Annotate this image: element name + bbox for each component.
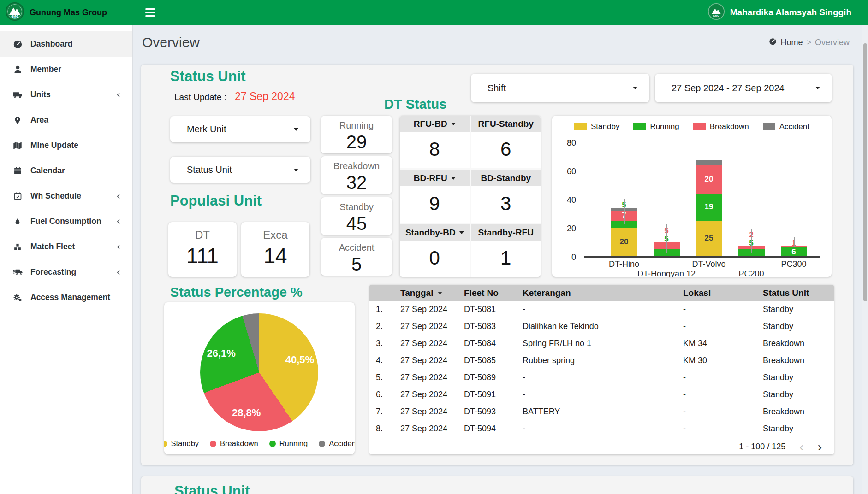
sidebar-item-access-management[interactable]: Access Management (0, 285, 132, 310)
table-row[interactable]: 5.27 Sep 2024DT-5089--Standby (369, 369, 834, 386)
table-cell: 5. (369, 369, 395, 386)
label-leader-line (624, 199, 625, 224)
chevron-left-icon (115, 193, 122, 200)
brand: GMG Gunung Mas Group (0, 0, 132, 25)
table-cell: - (678, 369, 757, 386)
status-unit-dropdown[interactable]: Status Unit (170, 157, 310, 183)
column-header-status-unit[interactable]: Status Unit (757, 285, 834, 301)
caret-down-icon (294, 128, 298, 131)
table-row[interactable]: 6.27 Sep 2024DT-5091--Standby (369, 386, 834, 403)
table-cell: 7. (369, 403, 395, 420)
table-cell: 8. (369, 420, 395, 437)
brand-logo: GMG (6, 2, 24, 23)
fleet-bar-chart: StandbyRunningBreakdownAccident020406080… (552, 116, 832, 277)
populasi-value: 14 (263, 243, 287, 268)
legend-item-standby[interactable]: Standby (164, 439, 199, 448)
sidebar-item-label: Access Management (30, 293, 110, 302)
y-axis-tick: 80 (552, 138, 576, 148)
pie-slice-label-standby: 40,5% (285, 354, 314, 366)
table-row[interactable]: 7.27 Sep 2024DT-5093BATTERY-Breakdown (369, 403, 834, 420)
sidebar-item-wh-schedule[interactable]: Wh Schedule (0, 183, 132, 209)
populasi-value: 111 (186, 243, 219, 268)
stat-value: 45 (346, 213, 367, 234)
sort-caret-icon (438, 292, 442, 294)
sidebar-item-match-fleet[interactable]: Match Fleet (0, 234, 132, 259)
label-leader-line (794, 237, 795, 247)
dt-status-grid: RFU-BD8RFU-Standby6BD-RFU9BD-Standby3Sta… (400, 116, 541, 277)
shift-dropdown[interactable]: Shift (471, 74, 649, 102)
gauge-icon (12, 39, 23, 49)
sidebar-item-units[interactable]: Units (0, 82, 132, 107)
merk-unit-dropdown[interactable]: Merk Unit (170, 116, 310, 142)
legend-item-running[interactable]: Running (633, 122, 679, 131)
last-update-value: 27 Sep 2024 (235, 90, 295, 103)
user-menu[interactable]: GMG Mahardika Alamsyah Singgih (708, 3, 851, 22)
sidebar-item-label: Mine Update (30, 141, 78, 150)
dt-status-cell-rfu-standby: RFU-Standby6 (471, 116, 541, 168)
table-row[interactable]: 8.27 Sep 2024DT-5094--Standby (369, 420, 834, 437)
legend-item-breakdown[interactable]: Breakdown (693, 122, 749, 131)
bar-value-label: 19 (690, 202, 727, 212)
stat-label: Standby (339, 202, 373, 212)
sidebar-item-calendar[interactable]: Calendar (0, 158, 132, 183)
y-axis-tick: 40 (552, 195, 576, 205)
sidebar-item-dashboard[interactable]: Dashboard (0, 31, 132, 57)
table-cell: - (678, 318, 757, 335)
table-cell: 27 Sep 2024 (395, 369, 458, 386)
column-header-keterangan[interactable]: Keterangan (517, 285, 678, 301)
table-row[interactable]: 2.27 Sep 2024DT-5083Dialihkan ke Tekindo… (369, 318, 834, 335)
y-axis-tick: 0 (552, 253, 576, 262)
caret-down-icon (815, 87, 820, 89)
sidebar-item-label: Calendar (30, 166, 65, 176)
svg-text:GMG: GMG (713, 14, 719, 17)
dt-status-cell-standby-bd: Standby-BD0 (400, 224, 470, 277)
dt-status-value: 8 (400, 132, 470, 160)
breadcrumb-current: Overview (815, 38, 850, 47)
x-axis-label: DT-Volvo (692, 259, 725, 269)
column-header-index (369, 285, 395, 301)
scrollbar-thumb[interactable] (863, 43, 867, 301)
truck-icon (12, 89, 23, 100)
sidebar-item-forecasting[interactable]: Forecasting (0, 259, 132, 285)
sidebar-item-area[interactable]: Area (0, 107, 132, 133)
column-header-fleet-no[interactable]: Fleet No (458, 285, 517, 301)
dt-status-header[interactable]: BD-RFU (400, 170, 470, 186)
sidebar-item-label: Forecasting (30, 267, 76, 277)
page-title: Overview (142, 35, 200, 50)
breadcrumb-home[interactable]: Home (768, 37, 803, 48)
x-axis-label: DT-Hino (609, 259, 639, 269)
table-cell: DT-5084 (458, 335, 517, 352)
dt-status-header[interactable]: RFU-BD (400, 116, 470, 132)
table-row[interactable]: 3.27 Sep 2024DT-5084Spring FR/LH no 1KM … (369, 335, 834, 352)
hamburger-menu-icon[interactable] (145, 8, 155, 17)
pie-slice-label-running: 26,1% (207, 347, 235, 359)
date-range-dropdown[interactable]: 27 Sep 2024 - 27 Sep 2024 (655, 74, 832, 102)
caret-down-icon (451, 123, 456, 125)
column-header-lokasi[interactable]: Lokasi (678, 285, 757, 301)
sidebar-item-label: Wh Schedule (30, 191, 81, 201)
status-unit-heading: Status Unit (170, 68, 246, 85)
table-cell: 27 Sep 2024 (395, 420, 458, 437)
sidebar-item-member[interactable]: Member (0, 57, 132, 82)
table-row[interactable]: 4.27 Sep 2024DT-5085Rubber springKM 30Br… (369, 352, 834, 369)
column-header-tanggal[interactable]: Tanggal (395, 285, 458, 301)
legend-item-running[interactable]: Running (269, 439, 308, 448)
legend-item-accident[interactable]: Accident (763, 122, 809, 131)
status-cell: Standby (757, 369, 834, 386)
stat-card-accident: Accident5 (321, 238, 392, 276)
legend-item-breakdown[interactable]: Breakdown (210, 439, 258, 448)
dt-status-header[interactable]: Standby-BD (400, 224, 470, 241)
legend-item-standby[interactable]: Standby (574, 122, 619, 131)
status-cell: Breakdown (757, 352, 834, 369)
sidebar-item-fuel-consumption[interactable]: Fuel Consumption (0, 209, 132, 234)
x-axis-label: DT-Hongyan 12 (637, 269, 696, 277)
table-cell: Dialihkan ke Tekindo (517, 318, 678, 335)
sidebar-item-label: Area (30, 115, 48, 125)
table-row[interactable]: 1.27 Sep 2024DT-5081--Standby (369, 301, 834, 318)
stat-card-running: Running29 (321, 116, 392, 153)
sidebar-item-mine-update[interactable]: Mine Update (0, 133, 132, 158)
legend-item-accident[interactable]: Accident (319, 439, 355, 448)
stat-card-breakdown: Breakdown32 (321, 156, 392, 194)
next-page-icon[interactable]: › (818, 442, 822, 452)
prev-page-icon[interactable]: ‹ (799, 442, 803, 452)
